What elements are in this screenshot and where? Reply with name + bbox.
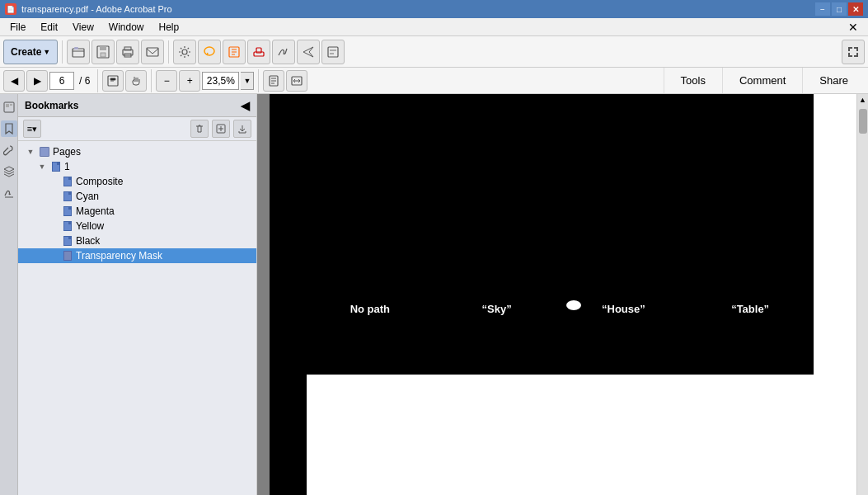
- yellow-label: Yellow: [76, 220, 104, 232]
- sign-icon: [277, 45, 290, 59]
- layers-icon: [3, 166, 15, 177]
- tools-tab[interactable]: Tools: [664, 68, 722, 93]
- comment-icon: [203, 45, 216, 59]
- svg-point-9: [182, 50, 187, 54]
- page-thumbnails-button[interactable]: [1, 99, 17, 116]
- comment-tab[interactable]: Comment: [722, 68, 802, 93]
- top-black-block: [270, 94, 814, 284]
- tree-item-pages[interactable]: ▼ Pages: [18, 144, 256, 159]
- tools-settings-button[interactable]: [173, 40, 196, 64]
- menu-file[interactable]: File: [3, 18, 32, 35]
- sign-button[interactable]: [272, 40, 295, 64]
- left-icon-strip: [0, 94, 18, 495]
- layers-button[interactable]: [1, 163, 17, 180]
- comment-tool-button[interactable]: [198, 40, 221, 64]
- bookmarks-panel: Bookmarks ◀ ≡▾ ▼ Pages ▼: [18, 94, 257, 495]
- panel-collapse-button[interactable]: ◀: [241, 99, 250, 112]
- save-icon: [96, 45, 110, 59]
- tree-item-black[interactable]: Black: [18, 233, 256, 248]
- nav-bar: ◀ ▶ / 6 − + ▼ Tools Comment Share: [0, 68, 868, 94]
- transparency-mask-label: Transparency Mask: [76, 250, 162, 262]
- bookmarks-toolbar: ≡▾: [18, 117, 256, 141]
- send-sign-button[interactable]: [297, 40, 320, 64]
- close-button[interactable]: ✕: [848, 2, 863, 16]
- tree-item-transparency-mask[interactable]: Transparency Mask: [18, 248, 256, 263]
- save-button[interactable]: [91, 40, 115, 64]
- select-icon: [107, 75, 119, 87]
- pdf-viewer[interactable]: No path “Sky” “House” “Table” ▲: [257, 94, 868, 495]
- select-tool-button[interactable]: [102, 70, 124, 92]
- bookmark-tree: ▼ Pages ▼ 1 Composite Cyan: [18, 141, 256, 495]
- menu-help[interactable]: Help: [152, 18, 186, 35]
- hand-tool-button[interactable]: [125, 70, 147, 92]
- pages-toggle[interactable]: ▼: [25, 148, 36, 156]
- create-button[interactable]: Create ▼: [3, 40, 58, 64]
- print-button[interactable]: [116, 40, 139, 64]
- white-dot: [566, 300, 581, 310]
- pdf-page: No path “Sky” “House” “Table”: [270, 94, 856, 495]
- menu-bar: File Edit View Window Help ✕: [0, 18, 868, 36]
- left-black-strip: [270, 94, 307, 495]
- tree-item-yellow[interactable]: Yellow: [18, 219, 256, 233]
- tree-item-cyan[interactable]: Cyan: [18, 189, 256, 204]
- stamp-button[interactable]: [247, 40, 270, 64]
- maximize-button[interactable]: □: [832, 2, 847, 16]
- signatures-button[interactable]: [1, 185, 17, 201]
- pages-folder-icon: [38, 146, 51, 158]
- email-button[interactable]: [141, 40, 164, 64]
- open-button[interactable]: [67, 40, 90, 64]
- send-sign-icon: [302, 45, 315, 59]
- new-page-icon: [216, 124, 226, 134]
- title-bar: 📄 transparency.pdf - Adobe Acrobat Pro −…: [0, 0, 868, 18]
- fit-width-button[interactable]: [286, 70, 307, 92]
- tree-item-page1[interactable]: ▼ 1: [18, 159, 256, 174]
- zoom-dropdown-button[interactable]: ▼: [241, 72, 254, 90]
- vertical-scrollbar[interactable]: ▲: [856, 94, 868, 495]
- window-controls[interactable]: − □ ✕: [815, 2, 863, 16]
- page1-label: 1: [64, 161, 70, 172]
- delete-bookmark-button[interactable]: [190, 120, 209, 138]
- menu-window[interactable]: Window: [102, 18, 151, 35]
- expand-button[interactable]: [842, 40, 865, 64]
- transparency-icon: [61, 250, 74, 262]
- bookmarks-icon: [3, 123, 15, 134]
- bookmarks-menu-button[interactable]: ≡▾: [23, 120, 41, 138]
- page1-toggle[interactable]: ▼: [36, 163, 48, 171]
- prev-page-button[interactable]: ◀: [3, 70, 25, 92]
- menu-view[interactable]: View: [66, 18, 101, 35]
- bookmarks-button[interactable]: [1, 120, 17, 137]
- zoom-in-button[interactable]: +: [179, 70, 200, 92]
- minimize-button[interactable]: −: [815, 2, 830, 16]
- email-icon: [146, 45, 159, 59]
- title-bar-left: 📄 transparency.pdf - Adobe Acrobat Pro: [5, 3, 172, 15]
- cyan-label: Cyan: [76, 191, 99, 202]
- menu-close-x[interactable]: ✕: [842, 21, 865, 34]
- svg-rect-21: [6, 104, 9, 107]
- svg-rect-8: [147, 48, 158, 56]
- export-bookmarks-button[interactable]: [233, 120, 251, 138]
- svg-rect-0: [73, 49, 84, 57]
- fit-page-button[interactable]: [263, 70, 284, 92]
- next-page-button[interactable]: ▶: [26, 70, 48, 92]
- scroll-up-button[interactable]: ▲: [857, 94, 869, 106]
- label-sky: “Sky”: [434, 303, 561, 315]
- menu-edit[interactable]: Edit: [34, 18, 64, 35]
- create-label: Create: [11, 46, 41, 58]
- zoom-out-button[interactable]: −: [156, 70, 177, 92]
- tree-item-magenta[interactable]: Magenta: [18, 204, 256, 219]
- svg-rect-16: [330, 53, 334, 54]
- scroll-thumb[interactable]: [859, 109, 867, 134]
- forms-button[interactable]: [321, 40, 345, 64]
- zoom-input[interactable]: [202, 72, 239, 90]
- new-bookmark-button[interactable]: [212, 120, 230, 138]
- share-tab[interactable]: Share: [802, 68, 865, 93]
- markup-button[interactable]: [223, 40, 246, 64]
- window-title: transparency.pdf - Adobe Acrobat Pro: [21, 4, 172, 14]
- signatures-icon: [3, 187, 15, 199]
- nav-sep-3: [258, 69, 259, 92]
- tree-item-composite[interactable]: Composite: [18, 174, 256, 189]
- page-number-input[interactable]: [49, 72, 74, 90]
- page-thumbnails-icon: [3, 101, 15, 113]
- svg-rect-15: [330, 50, 336, 51]
- attachments-button[interactable]: [1, 142, 17, 158]
